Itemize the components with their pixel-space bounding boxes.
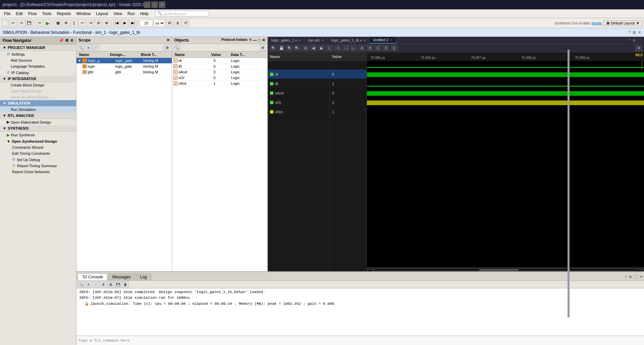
- console-close-btn[interactable]: ✕: [640, 275, 643, 279]
- tb-redo[interactable]: ↪: [17, 19, 25, 27]
- obj-row[interactable]: U oNot 1 Logic: [172, 81, 267, 86]
- scope-row[interactable]: glbl glbl Verilog M: [76, 69, 172, 75]
- obj-row[interactable]: U oAnd 0 Logic: [172, 69, 267, 75]
- nav-item-create-block-design[interactable]: Create Block Design: [0, 82, 76, 88]
- obj-row[interactable]: U iB 0 Logic: [172, 64, 267, 69]
- tab-logic-gates-tb[interactable]: logic_gates_1_tb.v ✕: [328, 37, 370, 43]
- wave-name-row[interactable]: oAnd: [268, 88, 330, 98]
- nav-item-run-simulation[interactable]: Run Simulation: [0, 107, 76, 113]
- wave-help-btn[interactable]: ?: [629, 38, 631, 43]
- simbar-close[interactable]: ✕: [638, 30, 641, 35]
- tb-btn6[interactable]: ✂: [78, 19, 86, 27]
- wave-name-row[interactable]: iB: [268, 79, 330, 88]
- tab-logic-gates-1-v[interactable]: logic_gates_1.v ✕: [268, 37, 305, 43]
- console-pause-btn[interactable]: ⏸: [100, 281, 107, 287]
- console-save-btn[interactable]: 💾: [115, 281, 121, 287]
- nav-item-open-synthesized[interactable]: ▼ Open Synthesized Design: [0, 138, 76, 144]
- scroll-track[interactable]: [374, 268, 637, 271]
- console-up-btn[interactable]: ↑: [93, 281, 99, 287]
- nav-item-set-up-debug[interactable]: ⚙ Set Up Debug: [0, 156, 76, 163]
- console-search-btn[interactable]: 🔍: [78, 281, 85, 287]
- tab-close-icon[interactable]: ✕: [298, 39, 301, 42]
- wave-fullscreen-btn[interactable]: ⛶: [638, 38, 641, 43]
- tb-cut[interactable]: ✂: [36, 19, 43, 27]
- scope-close-button[interactable]: ✕: [166, 38, 170, 43]
- nav-section-synthesis[interactable]: ▼ SYNTHESIS: [0, 125, 76, 132]
- tb-btn4[interactable]: ⚙: [62, 19, 70, 27]
- wave-name-row[interactable]: oOr: [268, 98, 330, 107]
- objects-search-btn[interactable]: 🔍: [173, 45, 180, 51]
- wave-next-edge[interactable]: |▶: [318, 45, 325, 51]
- scroll-left-btn[interactable]: ◀: [368, 268, 374, 271]
- menu-view[interactable]: View: [111, 11, 125, 17]
- objects-max[interactable]: □: [258, 38, 261, 43]
- menu-flow[interactable]: Flow: [25, 11, 39, 17]
- objects-protocol-tab[interactable]: Protocol Instanc: [221, 38, 248, 43]
- tb-sim-start[interactable]: |◀: [113, 19, 120, 27]
- console-help-btn[interactable]: ?: [625, 275, 627, 279]
- nav-item-report-timing[interactable]: ⏱ Report Timing Summary: [0, 163, 76, 169]
- tb-btn7[interactable]: ⇥: [87, 19, 94, 27]
- wave-tb-b[interactable]: B: [367, 45, 373, 51]
- tb-save[interactable]: 💾: [25, 19, 33, 27]
- wave-next-marker[interactable]: |→: [351, 45, 357, 51]
- scroll-thumb[interactable]: [479, 269, 519, 271]
- tb-sim-step[interactable]: ▶|: [129, 19, 137, 27]
- obj-row[interactable]: U iA 0 Logic: [172, 58, 267, 64]
- wave-settings-icon[interactable]: ⚙: [635, 45, 642, 51]
- nav-section-ip-integrator[interactable]: ▼ IP INTEGRATOR: [0, 76, 76, 82]
- wave-save[interactable]: 💾: [278, 45, 285, 51]
- wave-tb-e[interactable]: E: [391, 45, 397, 51]
- wave-fit[interactable]: ⊞: [302, 45, 309, 51]
- tb-run[interactable]: ▶: [44, 19, 51, 27]
- tab-close-icon[interactable]: ✕: [363, 39, 366, 42]
- tb-btn9[interactable]: ⊗: [103, 19, 110, 27]
- scope-filter-btn[interactable]: ≡: [85, 45, 92, 51]
- console-fullscreen-btn[interactable]: ⛶: [634, 275, 638, 279]
- console-filter-btn[interactable]: ≡: [85, 281, 92, 287]
- console-copy-btn[interactable]: ⊞: [107, 281, 114, 287]
- tb-btn8[interactable]: ⊘: [95, 19, 102, 27]
- nav-item-settings[interactable]: ⚙ Settings: [0, 51, 76, 57]
- sim-time-input[interactable]: [140, 20, 153, 26]
- nav-section-simulation[interactable]: ▼ SIMULATION: [0, 100, 76, 107]
- tab-close-icon-active[interactable]: ✕: [390, 38, 392, 42]
- wave-zoom-sel[interactable]: 🔍-: [294, 45, 301, 51]
- scope-up-btn[interactable]: ↑: [93, 45, 99, 51]
- layout-button[interactable]: ▦ Default Layout ▼: [603, 20, 643, 26]
- nav-item-constraints-wizard[interactable]: Constraints Wizard: [0, 144, 76, 150]
- nav-section-rtl[interactable]: ▼ RTL ANALYSIS: [0, 113, 76, 119]
- simbar-float[interactable]: ⊞: [633, 30, 636, 35]
- minimize-button[interactable]: —: [144, 2, 150, 8]
- wave-prev-edge[interactable]: ◀|: [310, 45, 317, 51]
- scope-row[interactable]: logic logic_gate Verilog M: [76, 64, 172, 69]
- objects-settings-btn[interactable]: ⚙: [259, 45, 266, 51]
- tb-reset-sim[interactable]: ↺: [182, 19, 189, 27]
- wave-name-row[interactable]: oNot: [268, 107, 330, 117]
- wave-tb-d[interactable]: D: [383, 45, 389, 51]
- objects-help[interactable]: ?: [249, 38, 251, 43]
- wave-rem-marker[interactable]: ↑|: [334, 45, 341, 51]
- wave-add-marker[interactable]: |↑: [326, 45, 333, 51]
- menu-edit[interactable]: Edit: [13, 11, 25, 17]
- wave-tb-c[interactable]: C: [375, 45, 381, 51]
- obj-row[interactable]: U oOr 0 Logic: [172, 75, 267, 81]
- tab-tcl-console[interactable]: Tcl Console: [78, 273, 107, 280]
- menu-tools[interactable]: Tools: [39, 11, 54, 17]
- menu-reports[interactable]: Reports: [54, 11, 73, 17]
- wave-prev-marker[interactable]: ←|: [342, 45, 349, 51]
- tab-untitled2[interactable]: Untitled 2 ✕: [370, 37, 396, 44]
- tb-new[interactable]: 📄: [1, 19, 9, 27]
- nav-section-project-manager[interactable]: ▼ PROJECT MANAGER: [0, 45, 76, 51]
- maximize-button[interactable]: □: [152, 2, 158, 8]
- objects-min[interactable]: —: [253, 38, 257, 43]
- scroll-right-btn[interactable]: ▶: [637, 268, 643, 271]
- menu-layout[interactable]: Layout: [93, 11, 111, 17]
- wave-zoom-out[interactable]: 🔍: [286, 45, 293, 51]
- nav-item-ip-catalog[interactable]: ⚙ IP Catalog: [0, 69, 76, 76]
- tb-btn3[interactable]: ▦: [54, 19, 62, 27]
- tab-log[interactable]: Log: [136, 273, 151, 280]
- console-clear-btn[interactable]: 🗑: [122, 281, 129, 287]
- nav-item-add-sources[interactable]: Add Sources: [0, 57, 76, 63]
- sim-time-unit-select[interactable]: us ns ps: [154, 20, 165, 26]
